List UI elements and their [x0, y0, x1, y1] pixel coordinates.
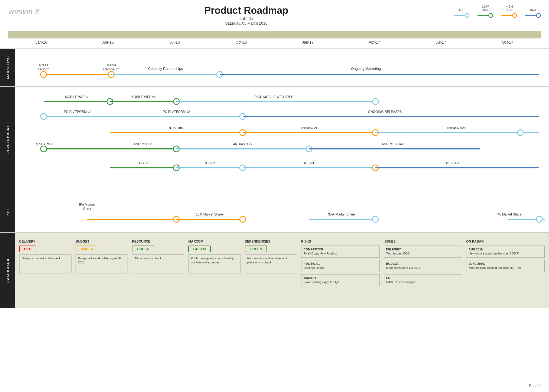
svg-text:iOS BAU: iOS BAU	[446, 161, 459, 165]
legend-bau-line	[525, 13, 541, 18]
dependencies-status: GREEN	[245, 246, 267, 252]
issues-title: ISSUES	[384, 240, 462, 243]
budget-title: BUDGET	[76, 240, 128, 243]
legend-bau: BAU	[525, 8, 541, 18]
month-apr17: Apr-17	[341, 40, 408, 44]
svg-text:Launch: Launch	[38, 67, 50, 71]
dependencies-title: DEPENDENCIES	[245, 240, 297, 243]
legend: TBC LOWRISK HIGHRISK BAU	[454, 5, 541, 19]
legend-low-risk-label: LOWRISK	[482, 5, 489, 12]
subtitle: subtitle	[204, 16, 288, 21]
svg-text:5% Market: 5% Market	[79, 203, 95, 207]
dependencies-text: Partnerships and services all in place a…	[245, 254, 297, 273]
resource-status: GREEN	[132, 246, 154, 252]
svg-point-37	[517, 130, 523, 136]
dashboard-section: DASHBOARD DELIVERY RED Delays expected t…	[0, 233, 549, 308]
month-oct16: Oct-16	[208, 40, 275, 44]
svg-text:ANDROID v2: ANDROID v2	[233, 142, 252, 146]
svg-text:iOS v3: iOS v3	[304, 161, 314, 165]
issue-hr: HR.DAVE P needs support.	[384, 274, 462, 286]
resource-card: RESOURCE GREEN All resource on track.	[132, 240, 184, 288]
timeline-bg	[8, 31, 541, 38]
month-jul17: Jul-17	[408, 40, 474, 44]
marcom-title: MARCOM	[188, 240, 241, 243]
svg-text:ANDROID BAU: ANDROID BAU	[382, 142, 404, 146]
kpi-content: 5% Market Share 15% Market Share 35% Mar…	[15, 192, 549, 232]
marcom-card: MARCOM GREEN Public perception is very h…	[188, 240, 241, 288]
svg-text:YouView v1: YouView v1	[301, 126, 317, 130]
month-jan16: Jan-16	[8, 40, 75, 44]
radar-aug: AUG 2016.New mobile opportunities due [B…	[466, 246, 545, 258]
marcom-status: GREEN	[188, 246, 210, 252]
svg-text:MOBILE WEB v1: MOBILE WEB v1	[65, 95, 90, 99]
title-block: Product Roadmap subtitle Saturday, 05 Ma…	[204, 5, 288, 25]
budget-status: AMBER	[76, 246, 98, 252]
legend-tbc-line	[454, 13, 469, 18]
svg-text:Campaign: Campaign	[103, 67, 119, 71]
month-jan17: Jan-17	[275, 40, 341, 44]
risk-market: MARKET.Lower pricing expected Q3	[301, 274, 380, 286]
issue-delivery: DELIVERY.Tech issues [BOB]	[384, 246, 462, 258]
svg-point-69	[372, 216, 378, 222]
risks-title: RISKS	[301, 240, 380, 243]
dashboard-cards-container: DELIVERY RED Delays expected to Version …	[15, 236, 549, 292]
development-content: MOBILE WEB v1 MOBILE WEB v2 RICH MOBILE …	[15, 87, 549, 192]
svg-text:IPTV Trial: IPTV Trial	[169, 126, 184, 130]
svg-point-23	[41, 113, 47, 119]
legend-high-risk-line	[501, 13, 517, 18]
svg-text:Ongoing Marketing: Ongoing Marketing	[351, 67, 381, 71]
delivery-text: Delays expected to Version 1.	[19, 254, 72, 273]
delivery-title: DELIVERY	[19, 240, 72, 243]
svg-text:MOBILE WEB v2: MOBILE WEB v2	[131, 95, 156, 99]
svg-text:YouView BAU: YouView BAU	[447, 126, 467, 130]
dashboard-content: DELIVERY RED Delays expected to Version …	[15, 233, 549, 308]
legend-high-risk: HIGHRISK	[501, 5, 517, 18]
svg-text:Share: Share	[83, 207, 91, 210]
marketing-label: MARKETING	[0, 49, 15, 86]
legend-low-risk: LOWRISK	[477, 5, 493, 18]
risks-card: RISKS COMPETITOR.Tyrell Corp, New Produc…	[301, 240, 380, 288]
issue-budget: BUDGET.More investment Q2 2016.	[384, 260, 462, 272]
month-apr16: Apr-16	[75, 40, 141, 44]
page-title: Product Roadmap	[204, 5, 288, 16]
marcom-text: Public perception is very healthy, posit…	[188, 254, 241, 273]
svg-text:Press: Press	[39, 63, 48, 67]
resource-text: All resource on track.	[132, 254, 184, 273]
kpi-chart: 5% Market Share 15% Market Share 35% Mar…	[15, 195, 549, 233]
delivery-status: RED	[19, 246, 36, 252]
header: version 3 Product Roadmap subtitle Satur…	[0, 0, 549, 28]
risk-competitor: COMPETITOR.Tyrell Corp, New Product.	[301, 246, 380, 258]
sections-wrapper: MARKETING Press Launch Media Campaign	[0, 48, 549, 308]
marketing-section: MARKETING Press Launch Media Campaign	[0, 48, 549, 86]
resource-title: RESOURCE	[132, 240, 184, 243]
svg-point-20	[372, 99, 378, 104]
on-radar-card: ON RADAR AUG 2016.New mobile opportuniti…	[466, 240, 545, 288]
page-number: Page 1	[529, 384, 541, 388]
svg-text:iOS v1: iOS v1	[138, 161, 148, 165]
legend-high-risk-label: HIGHRISK	[505, 5, 513, 12]
month-oct17: Oct-17	[474, 40, 541, 44]
svg-point-66	[240, 216, 246, 222]
marketing-content: Press Launch Media Campaign Celebrity Pa…	[15, 49, 549, 86]
dependencies-card: DEPENDENCIES GREEN Partnerships and serv…	[245, 240, 297, 288]
svg-text:[n]% Market Share: [n]% Market Share	[495, 213, 522, 216]
development-section: DEVELOPMENT MOBILE WEB v1 MOBILE WEB v2 …	[0, 86, 549, 192]
svg-text:Celebrity Partnerships: Celebrity Partnerships	[148, 67, 183, 71]
svg-text:iOS v2: iOS v2	[205, 161, 215, 165]
svg-text:PC PLATFORM v1: PC PLATFORM v1	[64, 110, 91, 114]
svg-point-72	[536, 216, 542, 222]
legend-tbc: TBC	[454, 8, 469, 18]
svg-text:RICH MOBILE WEB APPS: RICH MOBILE WEB APPS	[254, 95, 293, 99]
on-radar-title: ON RADAR	[466, 240, 545, 243]
legend-low-risk-line	[477, 13, 493, 18]
delivery-card: DELIVERY RED Delays expected to Version …	[19, 240, 72, 288]
version-label: version 3	[8, 8, 39, 16]
marketing-chart: Press Launch Media Campaign Celebrity Pa…	[15, 51, 549, 87]
budget-card: BUDGET AMBER Budget will need bolstering…	[76, 240, 128, 288]
radar-june: JUNE 2016.More efficient hosting possibl…	[466, 260, 545, 272]
development-label: DEVELOPMENT	[0, 87, 15, 192]
month-jul16: Jul-16	[141, 40, 208, 44]
svg-text:ONGOING RELEASES: ONGOING RELEASES	[368, 110, 402, 114]
svg-point-40	[41, 146, 47, 152]
date: Saturday, 05 March 2016	[204, 21, 288, 25]
